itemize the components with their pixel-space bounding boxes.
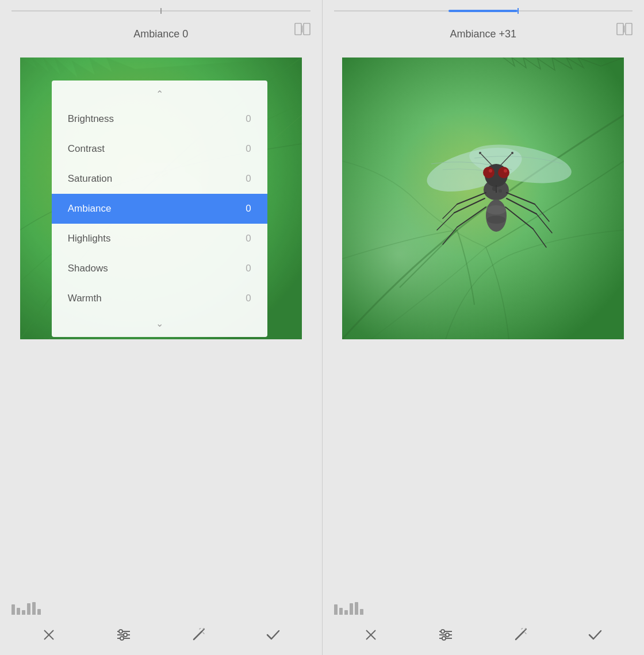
highlights-label: Highlights	[68, 233, 111, 244]
right-bg-svg	[342, 58, 624, 339]
menu-item-ambiance[interactable]: Ambiance 0	[52, 194, 267, 224]
highlights-value: 0	[246, 233, 251, 244]
right-confirm-button[interactable]	[582, 622, 608, 648]
menu-arrow-down[interactable]: ⌄	[52, 313, 267, 331]
ambiance-label: Ambiance	[68, 203, 112, 214]
svg-rect-31	[617, 24, 623, 35]
left-cancel-button[interactable]	[36, 622, 62, 648]
svg-line-76	[522, 628, 523, 629]
right-slider-active[interactable]	[448, 10, 518, 12]
svg-rect-1	[304, 24, 310, 35]
left-title: Ambiance 0	[133, 28, 188, 40]
svg-point-44	[498, 167, 509, 178]
svg-point-64	[492, 186, 497, 191]
hist-bar-3	[22, 610, 25, 615]
hist-bar-5	[32, 602, 36, 615]
svg-point-72	[446, 633, 449, 637]
svg-line-77	[525, 633, 526, 634]
hist-bar-r2	[339, 608, 343, 615]
svg-rect-35	[342, 58, 624, 339]
hist-bar-r5	[355, 602, 358, 615]
right-adjust-button[interactable]	[433, 622, 458, 648]
right-histogram	[323, 592, 645, 615]
left-image-area: ⌃ Brightness 0 Contrast 0 Saturation 0 A…	[20, 58, 302, 339]
shadows-value: 0	[246, 263, 251, 274]
left-magic-button[interactable]	[186, 622, 211, 648]
left-toolbar	[0, 615, 322, 655]
left-bottom-bar	[0, 592, 322, 655]
settings-menu: ⌃ Brightness 0 Contrast 0 Saturation 0 A…	[52, 81, 267, 337]
svg-point-71	[441, 630, 444, 633]
right-slider-thumb[interactable]	[518, 8, 519, 14]
svg-point-40	[486, 205, 506, 214]
svg-point-43	[483, 167, 494, 178]
saturation-value: 0	[246, 173, 251, 185]
left-confirm-button[interactable]	[260, 622, 286, 648]
menu-item-contrast[interactable]: Contrast 0	[52, 134, 267, 164]
hist-bar-6	[37, 609, 41, 615]
right-title: Ambiance +31	[450, 28, 516, 40]
hist-bar-r3	[344, 610, 348, 615]
hist-bar-4	[27, 603, 30, 615]
svg-point-23	[119, 630, 122, 633]
svg-point-63	[511, 152, 513, 154]
svg-rect-32	[626, 24, 632, 35]
hist-bar-r1	[334, 604, 338, 615]
left-histogram-icon	[12, 602, 41, 615]
right-magic-button[interactable]	[508, 622, 533, 648]
right-top-bar: Ambiance +31	[323, 0, 645, 52]
menu-item-saturation[interactable]: Saturation 0	[52, 164, 267, 194]
svg-point-65	[499, 189, 502, 193]
svg-point-25	[120, 637, 124, 640]
right-compare-icon[interactable]	[616, 23, 632, 39]
menu-item-brightness[interactable]: Brightness 0	[52, 104, 267, 134]
hist-bar-r6	[360, 609, 363, 615]
svg-rect-0	[295, 24, 301, 35]
contrast-label: Contrast	[68, 143, 105, 155]
svg-line-29	[203, 633, 204, 634]
left-panel: Ambiance 0	[0, 0, 322, 655]
brightness-label: Brightness	[68, 113, 114, 125]
svg-point-46	[504, 169, 507, 173]
svg-point-61	[479, 152, 481, 154]
left-histogram	[0, 592, 322, 615]
svg-point-73	[442, 637, 446, 640]
right-bottom-bar	[323, 592, 645, 655]
contrast-value: 0	[246, 143, 251, 155]
right-panel: Ambiance +31	[323, 0, 645, 655]
saturation-label: Saturation	[68, 173, 113, 185]
left-top-bar: Ambiance 0	[0, 0, 322, 52]
right-toolbar	[323, 615, 645, 655]
right-image-area	[342, 58, 624, 339]
ambiance-value: 0	[246, 203, 251, 214]
left-compare-icon[interactable]	[294, 23, 310, 39]
svg-line-74	[516, 631, 524, 639]
warmth-label: Warmth	[68, 293, 102, 304]
left-slider-thumb[interactable]	[160, 8, 162, 14]
svg-point-24	[124, 633, 127, 637]
hist-bar-r4	[350, 603, 353, 615]
menu-arrow-up[interactable]: ⌃	[52, 86, 267, 104]
warmth-value: 0	[246, 293, 251, 304]
shadows-label: Shadows	[68, 263, 108, 274]
svg-point-41	[487, 216, 505, 224]
menu-item-highlights[interactable]: Highlights 0	[52, 224, 267, 254]
hist-bar-2	[17, 608, 20, 615]
svg-line-28	[200, 628, 201, 629]
svg-line-26	[194, 631, 202, 639]
right-histogram-icon	[334, 602, 363, 615]
left-adjust-button[interactable]	[111, 622, 136, 648]
hist-bar-1	[12, 604, 15, 615]
menu-item-shadows[interactable]: Shadows 0	[52, 254, 267, 284]
menu-item-warmth[interactable]: Warmth 0	[52, 284, 267, 313]
brightness-value: 0	[246, 113, 251, 125]
right-cancel-button[interactable]	[358, 622, 384, 648]
svg-point-45	[489, 169, 492, 173]
